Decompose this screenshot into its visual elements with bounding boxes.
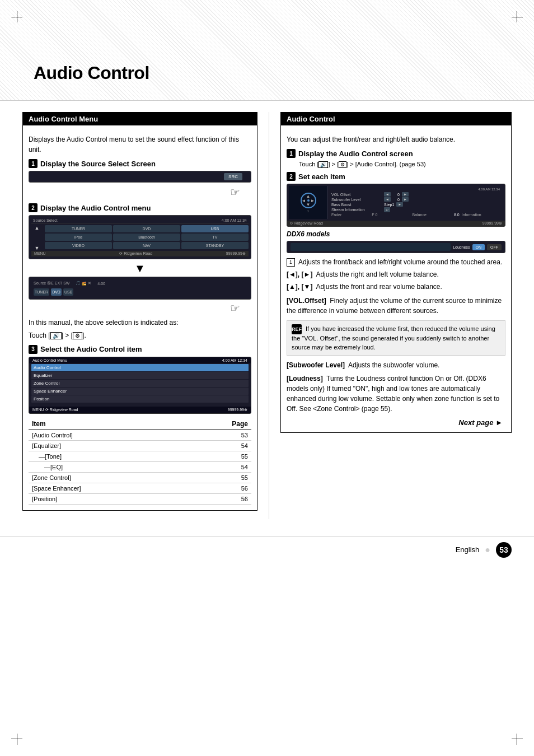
- exp-2: [◄], [►] Adjusts the right and left volu…: [287, 270, 505, 279]
- exp-3: [▲], [▼] Adjusts the front and rear volu…: [287, 282, 505, 292]
- src-bluetooth: Bluetooth: [113, 234, 180, 241]
- src-header-time: 4:00 AM 12:34: [222, 218, 247, 222]
- ac-info-label: Information: [462, 213, 500, 217]
- ac-vol-val: 0: [393, 193, 400, 197]
- right-step2-label: Set each item: [298, 172, 345, 181]
- touch-icon-r2: ⚙: [339, 161, 346, 168]
- explanations-list: 1 Adjusts the front/back and left/right …: [287, 258, 505, 291]
- src-tuner: TUNER: [45, 225, 112, 232]
- src-btn: SRC: [224, 173, 242, 180]
- acm-price: 99999.99⊕: [228, 408, 247, 412]
- note-icon: REF: [292, 324, 302, 334]
- ac-circle-label: 1: [307, 209, 309, 213]
- table-row: [Space Enhancer] 56: [29, 483, 251, 493]
- ac-balance-label2: Balance: [413, 213, 451, 217]
- step1-screen: SRC: [29, 171, 251, 183]
- acm-item-space-enhancer: Space Enhancer: [31, 388, 249, 395]
- touch-icon-r1: 🔊: [318, 161, 328, 168]
- item-tone: —[Tone]: [29, 451, 186, 461]
- exp-3-icon: [▲], [▼]: [287, 282, 312, 292]
- indication-text: In this manual, the above selection is i…: [29, 318, 251, 328]
- step1-num: 1: [29, 159, 38, 168]
- page-title: Audio Control: [34, 63, 149, 83]
- ddx-bar: [291, 243, 451, 251]
- page-zone-control: 55: [186, 472, 251, 483]
- exp-1: 1 Adjusts the front/back and left/right …: [287, 258, 505, 267]
- touch-icon-2: ⚙: [73, 332, 82, 339]
- ac-fader-label: Fader: [331, 213, 369, 217]
- right-step2-num: 2: [287, 172, 296, 181]
- src-road-name: ⟳ Ridgeview Road: [119, 251, 152, 256]
- ac-balance-val: 8.0: [453, 213, 460, 217]
- next-page-label: Next page: [458, 418, 493, 427]
- left-description: Displays the Audio Control menu to set t…: [29, 134, 251, 155]
- ac-sub-label: Subwoofer Level: [331, 198, 382, 202]
- ddx-on-btn: ON: [472, 244, 485, 250]
- item-page-table: Item Page [Audio Control] 53 [Equalizer]…: [29, 418, 251, 505]
- small-usb2: USB: [63, 288, 73, 296]
- acm-title: Audio Control Menu: [32, 358, 67, 362]
- ddx-row: Loudness ON OFF: [291, 243, 502, 251]
- acm-header: Audio Control Menu 4:00 AM 12:34: [29, 357, 251, 363]
- reg-mark-bl: [11, 728, 28, 745]
- subwoofer-text: Adjusts the subwoofer volume.: [348, 361, 439, 369]
- small-screen-icons: 🎵 📻 ✕: [76, 281, 91, 286]
- table-row: [Equalizer] 54: [29, 440, 251, 451]
- touch-sequence: Touch [🔊] > [⚙].: [29, 331, 251, 340]
- acm-screen: Audio Control Menu 4:00 AM 12:34 Audio C…: [29, 357, 251, 414]
- ac-controls: 4:00 AM 12:34 VOL Offset ◄ 0 ► Subwoofer…: [328, 186, 503, 219]
- main-content: Audio Control Menu Displays the Audio Co…: [0, 101, 534, 530]
- page-number: 53: [496, 542, 512, 558]
- page-position: 56: [186, 493, 251, 504]
- loudness-para: [Loudness] Turns the Loudness control fu…: [287, 374, 505, 414]
- ac-circle: ▲ ▼ ◄ ►: [301, 193, 316, 208]
- exp-2-text: Adjusts the right and left volume balanc…: [316, 270, 438, 279]
- step2-num: 2: [29, 203, 38, 212]
- ac-stream-row: Stream Information ↩: [331, 207, 500, 212]
- hand-pointer-1: ☞: [29, 185, 251, 199]
- vol-offset-label: [VOL.Offset]: [287, 297, 326, 305]
- src-nav-arrows: ▲ ▼: [31, 225, 43, 251]
- note-text: If you have increased the volume first, …: [292, 325, 495, 350]
- step1-row: 1 Display the Source Select Screen: [29, 159, 251, 168]
- right-section-content: You can adjust the front/rear and right/…: [281, 125, 511, 432]
- small-screen-btns: TUNER DVD USB: [31, 287, 249, 297]
- table-row: —[Tone] 55: [29, 451, 251, 461]
- ac-right-arrow: ►: [311, 198, 315, 203]
- table-row: —[EQ] 54: [29, 461, 251, 472]
- subwoofer-para: [Subwoofer Level] Adjusts the subwoofer …: [287, 360, 505, 370]
- ddx6-screen: Loudness ON OFF: [287, 241, 505, 253]
- right-section-title: Audio Control: [281, 113, 511, 125]
- table-row: [Audio Control] 53: [29, 430, 251, 440]
- item-audio-control: [Audio Control]: [29, 430, 186, 440]
- src-price: 99999.99⊕: [226, 251, 246, 256]
- audio-control-screen: ▲ ▼ ◄ ► 1 4:00 AM 12:34: [287, 184, 505, 227]
- ac-vol-left-btn: ◄: [384, 192, 391, 197]
- item-equalizer: [Equalizer]: [29, 440, 186, 451]
- small-dvd: DVD: [51, 288, 62, 296]
- right-column: Audio Control You can adjust the front/r…: [280, 112, 512, 519]
- small-screen-time2: 4:00: [97, 282, 105, 286]
- footer-bullet: ●: [485, 545, 490, 555]
- left-section-content: Displays the Audio Control menu to set t…: [23, 125, 257, 510]
- exp-3-text: Adjusts the front and rear volume balanc…: [316, 282, 442, 292]
- col-item: Item: [29, 418, 186, 430]
- src-tv: TV: [181, 234, 249, 241]
- page-eq: 54: [186, 461, 251, 472]
- touch-icon-1: 🔊: [50, 332, 62, 339]
- ac-bass-val: Step1: [384, 203, 394, 207]
- ddx6-label: DDX6 models: [287, 230, 505, 238]
- audio-control-menu-section: Audio Control Menu Displays the Audio Co…: [22, 112, 257, 511]
- right-step1-label: Display the Audio Control screen: [298, 150, 413, 158]
- exp-1-text: Adjusts the front/back and left/right vo…: [298, 258, 502, 267]
- vol-offset-para: [VOL.Offset] Finely adjust the volume of…: [287, 296, 505, 316]
- ac-screen-layout: ▲ ▼ ◄ ► 1 4:00 AM 12:34: [287, 184, 505, 221]
- reg-mark-br: [506, 728, 523, 745]
- step1-label: Display the Source Select Screen: [40, 160, 156, 168]
- ac-dot: [307, 199, 310, 202]
- title-box: Audio Control: [34, 63, 149, 83]
- acm-footer: MENU ⟳ Ridgeview Road 99999.99⊕: [29, 407, 251, 413]
- src-nav-row: ▲ ▼ TUNER DVD USB iPod Bluetooth TV: [31, 225, 249, 251]
- hand-pointer-2: ☞: [29, 301, 251, 315]
- step3-label: Select the Audio Control item: [40, 345, 142, 353]
